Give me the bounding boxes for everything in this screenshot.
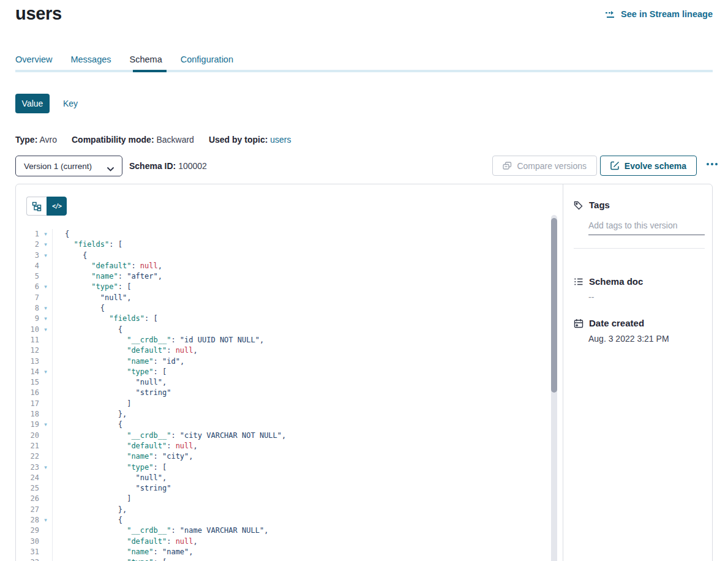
schema-doc-value: -- <box>588 292 594 302</box>
code-line: 4 "default": null, <box>16 261 535 271</box>
fold-toggle-icon[interactable]: ▾ <box>39 229 52 239</box>
add-tags-input[interactable] <box>588 218 705 235</box>
fold-toggle-icon <box>39 547 52 557</box>
code-text: "default": null, <box>52 537 535 547</box>
fold-toggle-icon <box>39 388 52 398</box>
tab-schema[interactable]: Schema <box>130 55 162 68</box>
code-line: 27 }, <box>16 505 535 515</box>
code-text: { <box>52 420 535 430</box>
code-text: "null", <box>52 377 535 388</box>
fold-toggle-icon <box>39 335 52 345</box>
code-line: 30 "default": null, <box>16 537 535 547</box>
line-number: 16 <box>16 388 39 398</box>
version-select[interactable]: Version 1 (current) <box>15 156 122 176</box>
tab-messages[interactable]: Messages <box>70 55 111 68</box>
code-view-icon: </> <box>52 203 61 209</box>
tab-bar: Overview Messages Schema Configuration <box>15 55 233 68</box>
fold-toggle-icon[interactable]: ▾ <box>39 367 52 377</box>
code-line: 16 "string" <box>16 388 535 398</box>
code-text: "name": "id", <box>52 356 535 367</box>
code-text: "null", <box>52 473 535 483</box>
code-line: 19▾ { <box>16 420 535 430</box>
editor-scrollbar-track[interactable] <box>551 215 557 561</box>
code-text: "default": null, <box>52 441 535 451</box>
tab-overview[interactable]: Overview <box>15 55 52 68</box>
code-line: 23▾ "type": [ <box>16 462 535 473</box>
fold-toggle-icon[interactable]: ▾ <box>39 462 52 473</box>
fold-toggle-icon <box>39 473 52 483</box>
tab-configuration[interactable]: Configuration <box>181 55 233 68</box>
line-number: 5 <box>16 271 39 282</box>
fold-toggle-icon <box>39 525 52 536</box>
editor-view-toggle: </> <box>26 197 67 216</box>
line-number: 29 <box>16 525 39 536</box>
version-select-value: Version 1 (current) <box>24 162 92 171</box>
evolve-schema-button[interactable]: Evolve schema <box>600 156 697 176</box>
code-text: "default": null, <box>52 261 535 271</box>
tree-view-button[interactable] <box>26 197 47 216</box>
line-number: 1 <box>16 229 39 239</box>
fold-toggle-icon[interactable]: ▾ <box>39 515 52 525</box>
editor-scrollbar-thumb[interactable] <box>551 218 557 393</box>
code-text: "name": "city", <box>52 451 535 462</box>
code-line: 21 "default": null, <box>16 441 535 451</box>
line-number: 25 <box>16 483 39 494</box>
fold-toggle-icon[interactable]: ▾ <box>39 282 52 292</box>
code-line: 13 "name": "id", <box>16 356 535 367</box>
line-number: 23 <box>16 462 39 473</box>
type-meta: Type: Avro <box>15 135 57 145</box>
see-in-stream-lineage-link[interactable]: See in Stream lineage <box>605 9 713 19</box>
code-line: 9▾ "fields": [ <box>16 314 535 324</box>
code-line: 22 "name": "city", <box>16 451 535 462</box>
fold-toggle-icon[interactable]: ▾ <box>39 239 52 250</box>
fold-toggle-icon <box>39 409 52 420</box>
code-text: "fields": [ <box>52 314 535 324</box>
code-text: "type": [ <box>52 367 535 377</box>
code-text: ] <box>52 494 535 504</box>
card-divider <box>563 184 563 561</box>
fold-toggle-icon <box>39 345 52 356</box>
fold-toggle-icon[interactable]: ▾ <box>39 250 52 261</box>
code-text: }, <box>52 409 535 420</box>
schema-doc-section-header: Schema doc <box>574 276 643 287</box>
schema-code-editor[interactable]: 1▾{2▾ "fields": [3▾ {4 "default": null,5… <box>16 229 535 561</box>
line-number: 32 <box>16 557 39 561</box>
fold-toggle-icon[interactable]: ▾ <box>39 325 52 335</box>
code-line: 3▾ { <box>16 250 535 261</box>
schema-meta-row: Type: Avro Compatibility mode: Backward … <box>15 135 291 145</box>
tree-view-icon <box>32 201 42 211</box>
code-line: 10▾ { <box>16 325 535 335</box>
code-line: 18 }, <box>16 409 535 420</box>
line-number: 22 <box>16 451 39 462</box>
fold-toggle-icon[interactable]: ▾ <box>39 420 52 430</box>
fold-toggle-icon[interactable]: ▾ <box>39 557 52 561</box>
fold-toggle-icon[interactable]: ▾ <box>39 303 52 314</box>
code-text: { <box>52 250 535 261</box>
fold-toggle-icon <box>39 483 52 494</box>
key-toggle-button[interactable]: Key <box>63 99 78 108</box>
code-line: 17 ] <box>16 399 535 409</box>
lineage-link-label: See in Stream lineage <box>621 9 713 19</box>
line-number: 21 <box>16 441 39 451</box>
topic-link[interactable]: users <box>270 135 291 145</box>
fold-toggle-icon[interactable]: ▾ <box>39 314 52 324</box>
compare-versions-button[interactable]: Compare versions <box>492 156 597 176</box>
line-number: 20 <box>16 431 39 441</box>
value-toggle-button[interactable]: Value <box>15 94 50 113</box>
code-text: { <box>52 515 535 525</box>
line-number: 14 <box>16 367 39 377</box>
code-text: }, <box>52 505 535 515</box>
code-line: 25 "string" <box>16 483 535 494</box>
line-number: 24 <box>16 473 39 483</box>
compatibility-meta: Compatibility mode: Backward <box>72 135 194 145</box>
more-options-button[interactable] <box>707 160 718 168</box>
fold-toggle-icon <box>39 505 52 515</box>
code-line: 15 "null", <box>16 377 535 388</box>
code-text: "name": "after", <box>52 271 535 282</box>
sidebar-divider <box>574 248 705 249</box>
code-line: 2▾ "fields": [ <box>16 239 535 250</box>
line-number: 11 <box>16 335 39 345</box>
list-icon <box>574 277 584 287</box>
code-text: ] <box>52 399 535 409</box>
code-view-button[interactable]: </> <box>47 197 67 216</box>
